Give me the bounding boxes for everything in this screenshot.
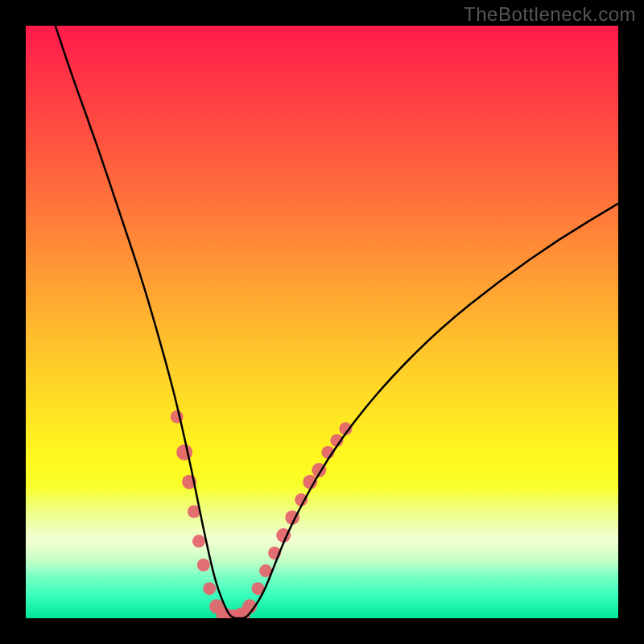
chart-stage: TheBottleneck.com [0, 0, 644, 644]
watermark-text: TheBottleneck.com [464, 3, 636, 26]
bottleneck-curve [56, 26, 618, 618]
scatter-point [197, 559, 210, 572]
curve-layer [26, 26, 618, 618]
scatter-points [171, 411, 353, 618]
scatter-point [192, 535, 205, 547]
scatter-point [176, 444, 192, 460]
plot-area [26, 26, 618, 618]
scatter-point [203, 582, 216, 595]
